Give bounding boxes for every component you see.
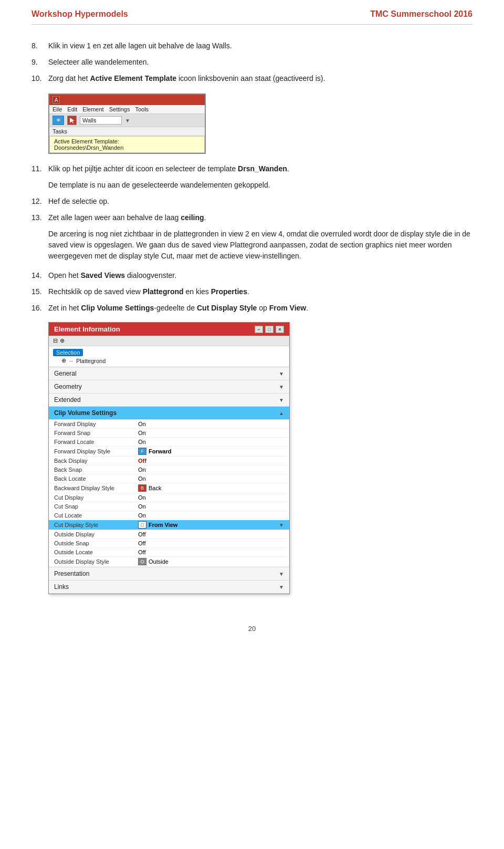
template-path: Doorsnedes\Drsn_Wanden (54, 144, 200, 151)
forward-display-style-icon: F (138, 448, 146, 455)
clip-label-back-snap: Back Snap (54, 467, 138, 473)
section-presentation-chevron: ▼ (279, 571, 284, 577)
tree-selection-label: Selection (53, 349, 83, 356)
clip-val-cut-display: On (138, 494, 146, 501)
clip-settings-rows: Forward Display On Forward Snap On Forwa… (49, 420, 289, 567)
item-11-num: 11. (32, 163, 48, 174)
item-13-text: Zet alle lagen weer aan behalve de laag … (48, 212, 472, 223)
clip-label-back-display: Back Display (54, 458, 138, 464)
list-item-8: 8. Klik in view 1 en zet alle lagen uit … (32, 40, 472, 51)
walls-input[interactable]: Walls (80, 116, 122, 125)
menu-element: Element (82, 106, 103, 112)
dropdown-arrow: ▼ (125, 118, 130, 123)
list-item-10: 10. Zorg dat het Active Element Template… (32, 73, 472, 84)
item-10-text: Zorg dat het Active Element Template ico… (48, 73, 472, 84)
item-15-bold2: Properties (211, 287, 247, 296)
item-11-sub: De template is nu aan de geselecteerde w… (48, 180, 472, 191)
item-10-text-before: Zorg dat het (48, 74, 90, 82)
item-15-before: Rechtsklik op de saved view (48, 287, 143, 296)
clip-val-forward-display-style: F Forward (138, 448, 171, 455)
item-11-after: . (287, 164, 289, 173)
outside-display-style-icon: O (138, 558, 146, 565)
dialog-content: General ▼ Geometry ▼ Extended ▼ Clip Vol… (49, 367, 289, 594)
active-template-box: Active Element Template: Doorsnedes\Drsn… (49, 136, 205, 153)
item-10-text-bold: Active Element Template (90, 74, 176, 82)
clip-label-cut-locate: Cut Locate (54, 512, 138, 519)
item-16-after: . (306, 304, 308, 312)
clip-val-cut-locate: On (138, 512, 146, 519)
section-general-label: General (54, 370, 77, 377)
toolbar-row: 👁 Walls ▼ (49, 114, 205, 127)
item-16-text: Zet in het Clip Volume Settings-gedeelte… (48, 303, 472, 314)
page-number: 20 (248, 625, 256, 633)
expand-icon: ⊕ (61, 357, 66, 364)
restore-button[interactable]: □ (265, 326, 274, 333)
toolbar-plus-icon: ⊕ (60, 337, 65, 344)
clip-val-forward-snap: On (138, 430, 146, 436)
clip-row-forward-display: Forward Display On (49, 420, 289, 429)
clip-val-back-locate: On (138, 475, 146, 482)
item-14-bold: Saved Views (81, 271, 125, 279)
minimize-button[interactable]: − (255, 326, 263, 333)
clip-val-forward-display: On (138, 421, 146, 427)
close-button[interactable]: × (276, 326, 284, 333)
item-11-bold: Drsn_Wanden (238, 164, 287, 173)
clip-row-back-locate: Back Locate On (49, 474, 289, 483)
item-15-bold1: Plattegrond (143, 287, 184, 296)
section-presentation[interactable]: Presentation ▼ (49, 567, 289, 581)
menu-settings: Settings (109, 106, 130, 112)
item-10-text-after: icoon linksbovenin aan staat (geactiveer… (176, 74, 325, 82)
section-extended-chevron: ▼ (279, 397, 284, 403)
page-content: 8. Klik in view 1 en zet alle lagen uit … (32, 40, 472, 614)
section-clip-chevron: ▲ (279, 410, 284, 416)
section-links[interactable]: Links ▼ (49, 581, 289, 594)
item-12-text: Hef de selectie op. (48, 196, 472, 207)
item-16-mid2: op (257, 304, 269, 312)
item-15-mid: en kies (184, 287, 211, 296)
item-16-bold3: From View (269, 304, 307, 312)
item-13-after: . (204, 213, 206, 222)
list-item-13: 13. Zet alle lagen weer aan behalve de l… (32, 212, 472, 223)
item-12-num: 12. (32, 196, 48, 207)
list-item-12: 12. Hef de selectie op. (32, 196, 472, 207)
item-15-after: . (247, 287, 249, 296)
tree-child-item: ⊕ ↔ Plattegrond (53, 357, 285, 365)
section-clip-volume[interactable]: Clip Volume Settings ▲ (49, 407, 289, 420)
section-geometry-chevron: ▼ (279, 384, 284, 390)
clip-label-backward-display-style: Backward Display Style (54, 485, 138, 491)
section-extended[interactable]: Extended ▼ (49, 394, 289, 407)
element-information-dialog: Element Information − □ × ⊟ ⊕ Selection … (48, 322, 290, 594)
clip-row-cut-locate: Cut Locate On (49, 511, 289, 520)
cursor-icon (67, 116, 77, 125)
clip-row-cut-display-style[interactable]: Cut Display Style □ From View ▼ (49, 520, 289, 530)
clip-val-outside-display-style: O Outside (138, 558, 169, 565)
item-8-num: 8. (32, 40, 48, 51)
toolbar-screenshot-container: A Eile Edit Element Settings Tools 👁 Wal… (48, 94, 472, 154)
header-left-title: Workshop Hypermodels (32, 9, 128, 19)
item-14-text: Open het Saved Views dialoogvenster. (48, 270, 472, 281)
dialog-titlebar-buttons: − □ × (255, 326, 284, 333)
list-item-11: 11. Klik op het pijltje achter dit icoon… (32, 163, 472, 174)
section-geometry[interactable]: Geometry ▼ (49, 380, 289, 394)
item-15-num: 15. (32, 286, 48, 297)
clip-val-outside-snap: Off (138, 540, 145, 546)
item-13-bold: ceiling (181, 213, 204, 222)
item-9-num: 9. (32, 57, 48, 68)
toolbar-titlebar: A (49, 95, 205, 105)
item-14-num: 14. (32, 270, 48, 281)
list-item-15: 15. Rechtsklik op de saved view Plattegr… (32, 286, 472, 297)
clip-row-forward-display-style: Forward Display Style F Forward (49, 447, 289, 457)
clip-label-outside-locate: Outside Locate (54, 549, 138, 555)
clip-val-outside-locate: Off (138, 549, 145, 555)
item-16-num: 16. (32, 303, 48, 314)
clip-val-backward-display-style: B Back (138, 484, 161, 492)
section-general[interactable]: General ▼ (49, 367, 289, 380)
item-14-before: Open het (48, 271, 81, 279)
dialog-tree: Selection ⊕ ↔ Plattegrond (49, 346, 289, 367)
clip-label-back-locate: Back Locate (54, 475, 138, 482)
item-16-bold2: Cut Display Style (197, 304, 257, 312)
clip-label-outside-display: Outside Display (54, 531, 138, 537)
clip-val-cut-display-style: □ From View (138, 521, 177, 529)
clip-row-outside-display: Outside Display Off (49, 530, 289, 539)
cut-display-style-dropdown[interactable]: ▼ (279, 522, 284, 528)
